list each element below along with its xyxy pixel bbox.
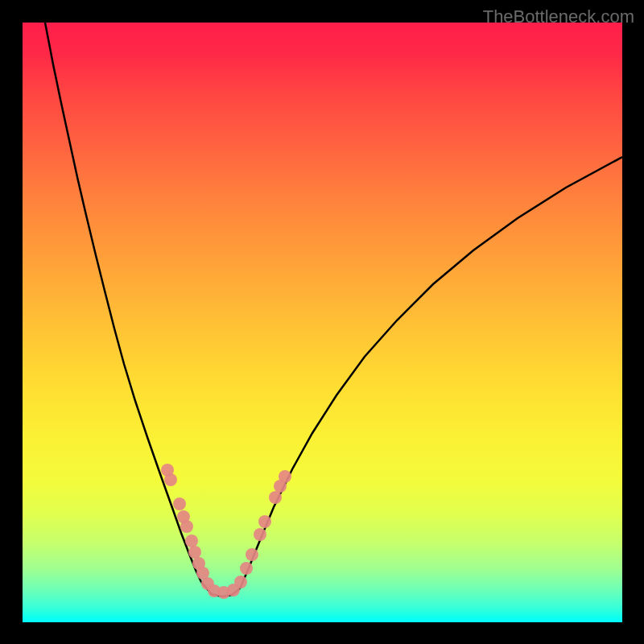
- data-marker: [164, 473, 177, 486]
- data-marker: [234, 576, 247, 588]
- chart-svg: [23, 23, 622, 622]
- curve-right: [240, 157, 622, 588]
- data-marker: [246, 548, 258, 561]
- data-marker: [173, 497, 186, 510]
- data-marker: [185, 535, 198, 547]
- data-marker: [279, 470, 291, 483]
- data-marker: [180, 520, 193, 533]
- watermark-text: TheBottleneck.com: [483, 6, 634, 27]
- data-marker: [254, 528, 266, 541]
- data-marker: [188, 546, 201, 559]
- data-marker: [240, 562, 253, 575]
- data-marker: [269, 491, 282, 504]
- data-marker: [258, 515, 271, 528]
